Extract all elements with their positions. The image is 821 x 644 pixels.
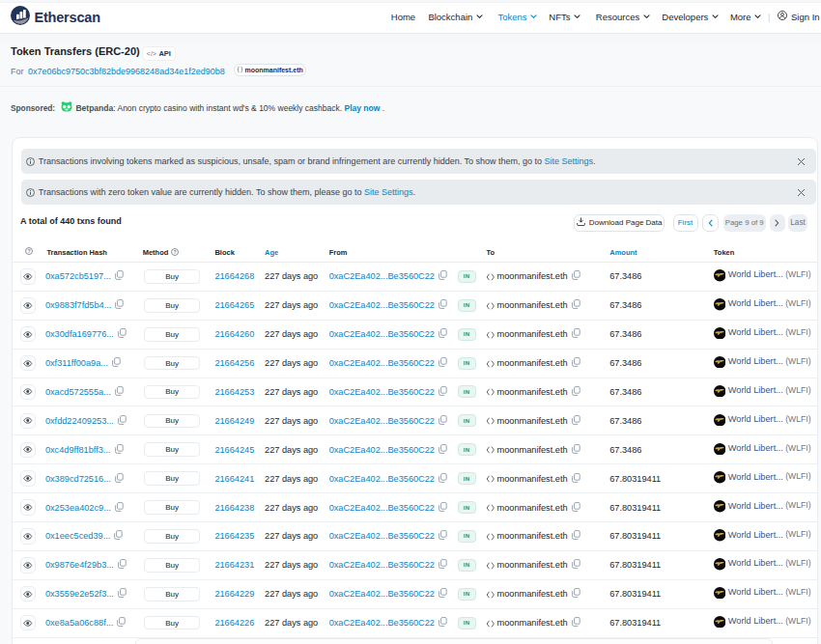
svg-text:?: ?	[27, 248, 30, 254]
svg-text:?: ?	[173, 249, 176, 255]
